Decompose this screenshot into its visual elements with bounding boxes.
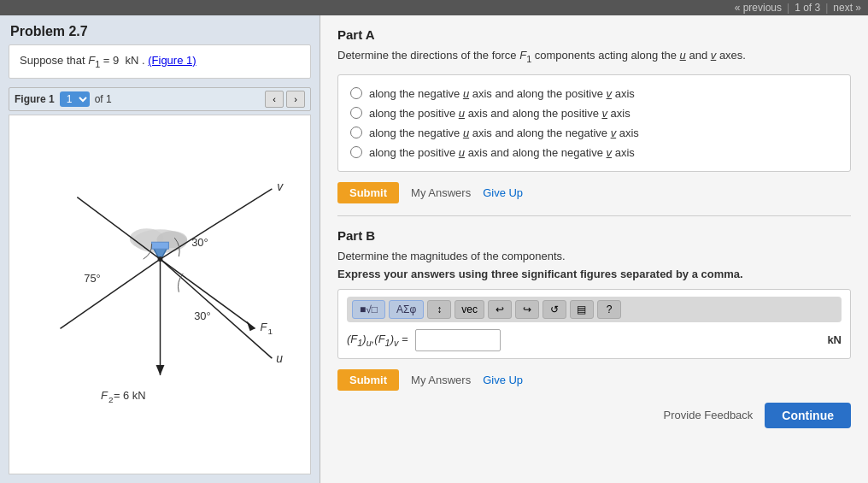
option-radio-1[interactable] <box>350 87 362 99</box>
svg-text:1: 1 <box>267 327 273 336</box>
kn-unit-label: kN <box>827 333 842 346</box>
part-b-title: Part B <box>337 228 851 243</box>
figure-area: v F 1 u F 2 = 6 kN <box>9 115 311 474</box>
toolbar-redo-btn[interactable]: ↪ <box>515 300 539 319</box>
part-b-express: Express your answers using three signifi… <box>337 268 851 280</box>
part-b-description: Determine the magnitudes of the componen… <box>337 250 851 262</box>
toolbar-vec-btn[interactable]: vec <box>455 300 484 319</box>
option-label-3: along the negative u axis and along the … <box>369 127 639 139</box>
part-b-my-answers[interactable]: My Answers <box>411 374 471 386</box>
diagram-svg: v F 1 u F 2 = 6 kN <box>9 115 310 474</box>
math-answer-input[interactable] <box>415 329 501 351</box>
math-input-label: (F1)u,(F1)v = <box>347 333 408 348</box>
part-b-give-up[interactable]: Give Up <box>483 374 523 386</box>
right-panel: Part A Determine the directions of the f… <box>320 15 868 483</box>
f1-sub: 1 <box>95 59 100 69</box>
toolbar-refresh-btn[interactable]: ↺ <box>542 300 566 319</box>
nav-separator2: | <box>825 2 828 14</box>
part-a-submit-btn[interactable]: Submit <box>337 182 399 203</box>
math-input-row: (F1)u,(F1)v = kN <box>347 329 842 351</box>
part-b-submit-btn[interactable]: Submit <box>337 369 399 391</box>
options-box: along the negative u axis and along the … <box>337 74 851 172</box>
next-link[interactable]: next » <box>833 2 861 14</box>
figure-link[interactable]: (Figure 1) <box>148 54 196 67</box>
svg-text:F: F <box>260 321 267 333</box>
option-radio-3[interactable] <box>350 127 362 138</box>
option-row-2: along the positive u axis and along the … <box>350 103 838 123</box>
svg-text:F: F <box>101 388 108 401</box>
left-panel: Problem 2.7 Suppose that F1 = 9 kN . (Fi… <box>0 15 320 483</box>
figure-select[interactable]: 1 <box>60 91 90 107</box>
svg-text:= 6 kN: = 6 kN <box>114 388 146 401</box>
figure-of: of 1 <box>95 93 112 105</box>
option-radio-2[interactable] <box>350 107 362 119</box>
option-row-1: along the negative u axis and along the … <box>350 84 838 103</box>
page-info: 1 of 3 <box>795 2 820 14</box>
part-a-submit-row: Submit My Answers Give Up <box>337 182 851 203</box>
f1-sub: 1 <box>526 54 531 64</box>
svg-text:30°: 30° <box>194 309 210 322</box>
part-a-give-up[interactable]: Give Up <box>483 186 523 199</box>
provide-feedback-link[interactable]: Provide Feedback <box>664 409 754 421</box>
section-divider <box>337 215 851 216</box>
svg-text:u: u <box>276 351 283 365</box>
option-label-4: along the positive u axis and along the … <box>369 146 635 159</box>
top-navigation: « previous | 1 of 3 | next » <box>0 0 868 15</box>
v-axis-label: v <box>711 49 717 62</box>
main-layout: Problem 2.7 Suppose that F1 = 9 kN . (Fi… <box>0 15 868 483</box>
part-a-description: Determine the directions of the force F1… <box>337 49 851 64</box>
math-input-area: ■√□ ΑΣφ ↕ vec ↩ ↪ ↺ ▤ ? (F1)u,(F1)v = kN <box>337 289 851 359</box>
part-a-my-answers[interactable]: My Answers <box>411 186 471 199</box>
toolbar-grid-btn[interactable]: ▤ <box>570 300 594 319</box>
figure-next-btn[interactable]: › <box>286 91 305 108</box>
svg-text:30°: 30° <box>191 236 208 249</box>
option-label-2: along the positive u axis and along the … <box>369 107 630 120</box>
nav-separator: | <box>787 2 789 14</box>
part-b-submit-row: Submit My Answers Give Up <box>337 369 851 391</box>
toolbar-help-btn[interactable]: ? <box>597 300 621 319</box>
f1-var: F <box>88 54 95 67</box>
kn-unit: kN <box>126 54 139 67</box>
problem-title: Problem 2.7 <box>0 15 320 44</box>
option-row-4: along the positive u axis and along the … <box>350 143 838 162</box>
toolbar-greek-btn[interactable]: ΑΣφ <box>389 300 424 319</box>
option-row-3: along the negative u axis and along the … <box>350 123 838 143</box>
option-label-1: along the negative u axis and along the … <box>369 87 635 100</box>
figure-label: Figure 1 <box>15 93 55 105</box>
continue-btn[interactable]: Continue <box>765 403 851 428</box>
figure-nav: ‹ › <box>265 91 305 108</box>
f1-label: F <box>519 49 526 62</box>
figure-controls: Figure 1 1 of 1 ‹ › <box>9 87 311 111</box>
part-a-title: Part A <box>337 27 851 42</box>
u-axis-label: u <box>680 49 686 62</box>
svg-rect-5 <box>152 242 169 249</box>
bottom-row: Provide Feedback Continue <box>337 403 851 428</box>
svg-text:v: v <box>277 179 284 192</box>
math-toolbar: ■√□ ΑΣφ ↕ vec ↩ ↪ ↺ ▤ ? <box>347 297 842 322</box>
option-radio-4[interactable] <box>350 146 362 158</box>
toolbar-arrows-btn[interactable]: ↕ <box>427 300 451 319</box>
figure-prev-btn[interactable]: ‹ <box>265 91 284 108</box>
problem-statement: Suppose that F1 = 9 kN . (Figure 1) <box>9 44 311 79</box>
svg-text:75°: 75° <box>84 271 100 284</box>
toolbar-undo-btn[interactable]: ↩ <box>488 300 512 319</box>
previous-link[interactable]: « previous <box>735 2 782 14</box>
toolbar-sqrt-btn[interactable]: ■√□ <box>352 300 385 319</box>
